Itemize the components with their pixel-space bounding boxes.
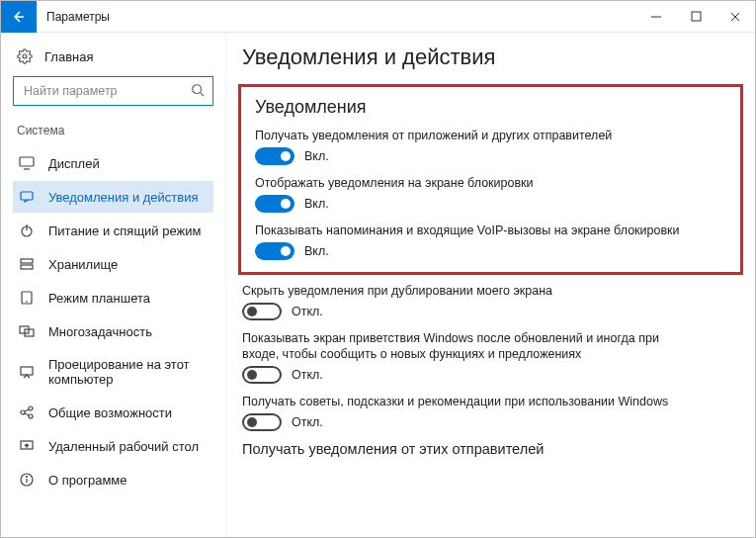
close-button[interactable] [715,1,755,33]
senders-heading: Получать уведомления от этих отправителе… [242,441,739,457]
back-button[interactable] [1,1,37,33]
setting-desc: Получать советы, подсказки и рекомендаци… [242,394,677,410]
power-icon [19,223,35,238]
sidebar-item-label: О программе [48,473,127,488]
sidebar-item-tablet[interactable]: Режим планшета [13,282,213,314]
toggle-apps-notifications[interactable] [255,147,294,165]
svg-point-21 [29,414,33,418]
display-icon [19,155,35,171]
setting-voip-lockscreen: Показывать напоминания и входящие VoIP-в… [255,223,726,260]
toggle-voip-lockscreen[interactable] [255,242,294,260]
minimize-button[interactable] [636,1,676,33]
sidebar-item-notifications[interactable]: Уведомления и действия [13,181,213,213]
close-icon [729,11,741,23]
sidebar-item-label: Удаленный рабочий стол [48,439,199,454]
maximize-icon [691,11,702,22]
toggle-state: Откл. [292,368,323,382]
sidebar-item-remote[interactable]: Удаленный рабочий стол [13,430,213,462]
svg-rect-1 [692,12,701,21]
setting-desc: Показывать экран приветствия Windows пос… [242,330,677,364]
section-title: Уведомления [255,97,726,118]
search-icon [191,83,205,100]
sidebar-item-shared[interactable]: Общие возможности [13,397,213,428]
svg-rect-9 [21,192,33,200]
sidebar-item-storage[interactable]: Хранилище [13,248,213,280]
toggle-state: Вкл. [304,197,329,211]
toggle-hide-duplicating[interactable] [242,303,282,320]
svg-point-5 [193,84,202,93]
storage-icon [19,256,35,272]
sidebar-item-power[interactable]: Питание и спящий режим [13,215,213,246]
page-title: Уведомления и действия [242,45,743,70]
sidebar-item-label: Уведомления и действия [48,190,199,205]
toggle-lockscreen-notifications[interactable] [255,195,294,213]
svg-point-19 [21,410,25,414]
toggle-state: Вкл. [304,149,329,163]
setting-lockscreen-notifications: Отображать уведомления на экране блокиро… [255,175,726,213]
sidebar: Главная Система Дисплей Уведомления и де… [1,33,226,537]
sidebar-item-about[interactable]: О программе [13,464,213,495]
sidebar-item-label: Дисплей [48,156,100,171]
sidebar-item-label: Хранилище [48,257,118,272]
arrow-left-icon [11,9,27,25]
toggle-state: Откл. [292,415,323,429]
svg-line-22 [25,409,29,411]
sidebar-item-label: Режим планшета [48,291,150,306]
sidebar-item-label: Питание и спящий режим [48,224,201,238]
notifications-icon [19,189,35,205]
shared-icon [19,404,35,420]
svg-rect-7 [20,157,34,166]
sidebar-item-projecting[interactable]: Проецирование на этот компьютер [13,349,213,395]
sidebar-category: Система [13,120,213,147]
sidebar-item-multitasking[interactable]: Многозадачность [13,315,213,347]
titlebar: Параметры [1,1,755,33]
svg-line-23 [25,413,29,415]
svg-point-27 [27,477,28,478]
setting-desc: Получать уведомления от приложений и дру… [255,128,690,144]
setting-tips: Получать советы, подсказки и рекомендаци… [242,394,743,431]
highlight-box: Уведомления Получать уведомления от прил… [238,84,743,275]
maximize-button[interactable] [676,1,715,33]
svg-point-4 [23,54,27,58]
remote-icon [19,438,35,454]
setting-welcome-screen: Показывать экран приветствия Windows пос… [242,330,743,385]
gear-icon [17,48,33,64]
setting-apps-notifications: Получать уведомления от приложений и дру… [255,128,726,165]
setting-desc: Показывать напоминания и входящие VoIP-в… [255,223,690,239]
toggle-state: Откл. [292,305,323,318]
setting-desc: Отображать уведомления на экране блокиро… [255,175,690,192]
svg-point-20 [29,406,33,410]
toggle-state: Вкл. [304,244,329,258]
search-input[interactable] [22,83,191,99]
multitasking-icon [19,323,35,339]
projecting-icon [19,364,35,380]
home-label: Главная [44,49,93,64]
svg-rect-13 [21,265,33,269]
sidebar-item-label: Многозадачность [48,324,152,339]
minimize-icon [650,11,662,23]
sidebar-item-display[interactable]: Дисплей [13,147,213,179]
content-pane: Уведомления и действия Уведомления Получ… [226,33,755,537]
home-link[interactable]: Главная [13,43,213,76]
sidebar-item-label: Общие возможности [48,405,172,420]
window-title: Параметры [37,10,110,24]
svg-rect-12 [21,259,33,263]
toggle-tips[interactable] [242,413,282,431]
search-box[interactable] [13,76,213,106]
setting-desc: Скрыть уведомления при дублировании моег… [242,283,677,300]
svg-rect-18 [21,367,33,375]
svg-line-6 [201,92,205,96]
tablet-icon [19,290,35,306]
about-icon [19,472,35,488]
sidebar-item-label: Проецирование на этот компьютер [48,357,208,387]
toggle-welcome-screen[interactable] [242,366,282,384]
setting-hide-duplicating: Скрыть уведомления при дублировании моег… [242,283,743,320]
